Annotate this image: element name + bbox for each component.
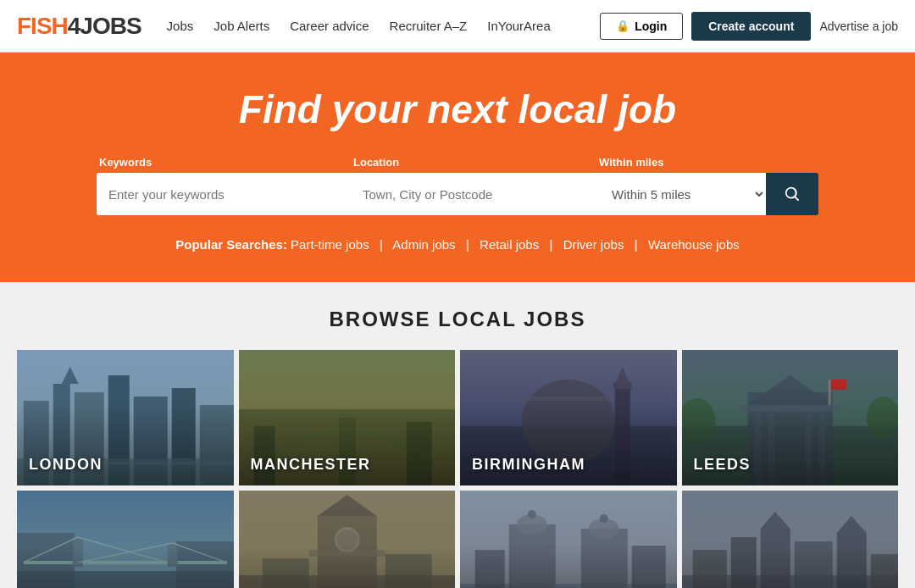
- svg-rect-36: [17, 491, 234, 588]
- svg-rect-15: [406, 422, 431, 485]
- search-button[interactable]: [766, 173, 818, 215]
- city-card-bristol[interactable]: BRISTOL: [17, 491, 234, 588]
- city-label-london: LONDON: [29, 456, 103, 474]
- svg-rect-32: [828, 380, 830, 405]
- svg-rect-33: [830, 380, 846, 390]
- nav-job-alerts[interactable]: Job Alerts: [214, 19, 269, 33]
- browse-heading: BROWSE LOCAL JOBS: [17, 308, 898, 331]
- separator-3: |: [549, 237, 552, 252]
- svg-rect-70: [760, 529, 790, 588]
- svg-rect-69: [730, 537, 756, 588]
- svg-rect-8: [200, 405, 234, 485]
- separator-4: |: [635, 237, 638, 252]
- city-card-manchester[interactable]: MANCHESTER: [239, 350, 456, 485]
- logo-4: 4: [68, 13, 80, 39]
- svg-line-44: [78, 537, 168, 563]
- nav-jobs[interactable]: Jobs: [167, 19, 194, 33]
- svg-rect-54: [262, 558, 308, 588]
- svg-rect-68: [692, 550, 726, 588]
- svg-rect-41: [73, 537, 83, 567]
- keywords-input[interactable]: [97, 173, 351, 215]
- svg-rect-73: [836, 533, 866, 588]
- svg-line-45: [173, 543, 227, 563]
- miles-label: Within miles: [596, 156, 663, 169]
- svg-rect-48: [239, 575, 456, 588]
- svg-rect-39: [176, 541, 234, 588]
- svg-marker-3: [62, 367, 79, 384]
- svg-marker-74: [836, 516, 866, 533]
- login-label: Login: [635, 19, 667, 33]
- svg-rect-21: [613, 382, 632, 389]
- svg-rect-37: [17, 571, 234, 588]
- svg-rect-30: [805, 412, 812, 485]
- svg-rect-13: [338, 418, 355, 485]
- svg-rect-7: [172, 388, 196, 485]
- svg-rect-75: [870, 554, 898, 588]
- location-field-wrapper: Location: [351, 156, 596, 215]
- location-input[interactable]: [351, 173, 596, 215]
- svg-point-61: [589, 519, 619, 539]
- login-button[interactable]: 🔒 Login: [600, 13, 683, 40]
- city-card-birmingham[interactable]: BIRMINGHAM: [460, 350, 677, 485]
- nav-career-advice[interactable]: Career advice: [290, 19, 369, 33]
- city-bg-liverpool: [460, 491, 677, 588]
- popular-driver[interactable]: Driver jobs: [563, 237, 624, 252]
- svg-rect-6: [134, 397, 168, 485]
- site-logo[interactable]: FISH4JOBS: [17, 13, 141, 40]
- city-grid: LONDON: [17, 350, 898, 588]
- svg-point-60: [517, 514, 547, 535]
- logo-fish: FISH: [17, 13, 68, 39]
- svg-rect-19: [509, 397, 628, 401]
- svg-point-52: [336, 530, 357, 550]
- svg-rect-66: [682, 491, 899, 588]
- svg-point-18: [522, 380, 615, 464]
- separator-2: |: [466, 237, 469, 252]
- nav-in-your-area[interactable]: InYourArea: [487, 19, 551, 33]
- create-account-button[interactable]: Create account: [691, 12, 811, 41]
- lock-icon: 🔒: [616, 19, 629, 32]
- keywords-field-wrapper: Keywords: [97, 156, 351, 215]
- city-label-manchester: MANCHESTER: [251, 456, 371, 474]
- separator-1: |: [380, 237, 383, 252]
- popular-searches: Popular Searches: Part-time jobs | Admin…: [17, 237, 898, 252]
- keywords-label: Keywords: [97, 156, 152, 169]
- city-card-liverpool[interactable]: LIVERPOOL: [460, 491, 677, 588]
- svg-rect-28: [754, 412, 761, 485]
- city-label-leeds: LEEDS: [694, 456, 751, 474]
- svg-marker-71: [760, 512, 790, 529]
- popular-part-time[interactable]: Part-time jobs: [291, 237, 369, 252]
- main-nav: Jobs Job Alerts Career advice Recruiter …: [167, 19, 601, 33]
- popular-warehouse[interactable]: Warehouse jobs: [648, 237, 740, 252]
- svg-rect-50: [308, 550, 385, 557]
- site-header: FISH4JOBS Jobs Job Alerts Career advice …: [0, 0, 915, 53]
- svg-rect-42: [168, 543, 178, 567]
- logo-jobs: JOBS: [80, 13, 141, 39]
- svg-marker-53: [317, 495, 376, 516]
- city-bg-leicester: [239, 491, 456, 588]
- popular-retail[interactable]: Retail jobs: [480, 237, 539, 252]
- miles-select[interactable]: Within 5 miles Within 10 miles Within 15…: [596, 173, 766, 215]
- popular-label: Popular Searches:: [175, 237, 287, 252]
- city-card-leeds[interactable]: LEEDS: [682, 350, 899, 485]
- popular-admin[interactable]: Admin jobs: [392, 237, 455, 252]
- city-bg-bristol: [17, 491, 234, 588]
- miles-field-wrapper: Within miles Within 5 miles Within 10 mi…: [596, 156, 766, 215]
- advertise-job-button[interactable]: Advertise a job: [819, 19, 898, 33]
- hero-section: Find your next local job Keywords Locati…: [0, 53, 915, 282]
- nav-recruiter-az[interactable]: Recruiter A–Z: [390, 19, 468, 33]
- svg-rect-20: [615, 384, 630, 485]
- city-card-glasgow[interactable]: GLASGOW: [682, 491, 899, 588]
- svg-rect-25: [747, 392, 832, 485]
- svg-point-62: [528, 510, 536, 519]
- svg-point-63: [600, 514, 608, 523]
- city-card-london[interactable]: LONDON: [17, 350, 234, 485]
- svg-rect-38: [17, 533, 75, 588]
- svg-line-46: [78, 543, 173, 563]
- location-label: Location: [351, 156, 399, 169]
- svg-point-51: [334, 527, 359, 552]
- svg-rect-57: [460, 584, 677, 588]
- city-card-leicester[interactable]: LEICESTER: [239, 491, 456, 588]
- svg-marker-22: [616, 367, 629, 382]
- svg-rect-56: [460, 491, 677, 588]
- svg-rect-55: [385, 554, 431, 588]
